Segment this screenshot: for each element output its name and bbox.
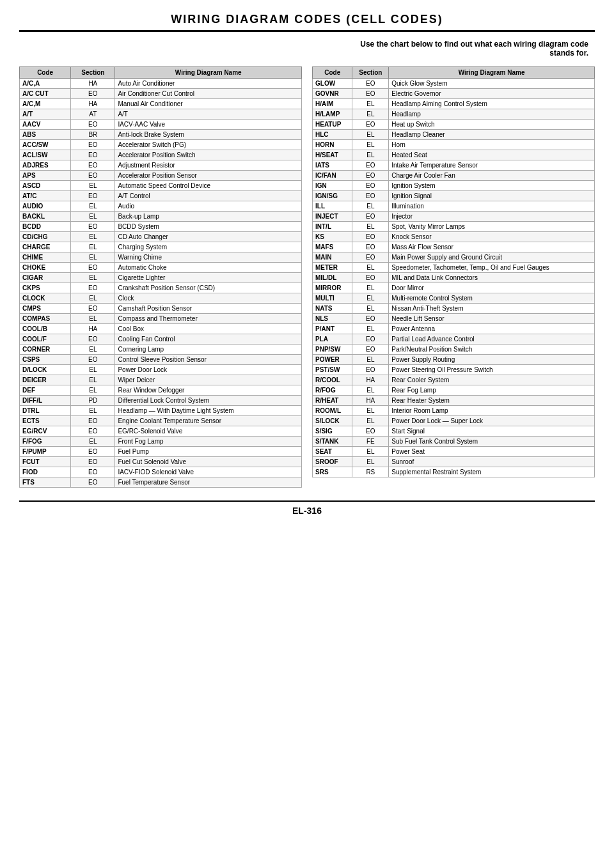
section-cell: EL bbox=[71, 273, 115, 283]
table-row: ECTSEOEngine Coolant Temperature Sensor bbox=[20, 416, 302, 426]
table-row: DTRLELHeadlamp — With Daytime Light Syst… bbox=[20, 406, 302, 416]
table-row: COOL/FEOCooling Fan Control bbox=[20, 334, 302, 345]
name-cell: IACV-AAC Valve bbox=[115, 120, 302, 130]
table-row: F/FOGELFront Fog Lamp bbox=[20, 437, 302, 447]
right-col-section: Section bbox=[352, 67, 389, 79]
left-table-container: Code Section Wiring Diagram Name A/C,AHA… bbox=[19, 66, 302, 488]
name-cell: IACV-FIOD Solenoid Valve bbox=[115, 467, 302, 477]
table-row: DEICERELWiper Deicer bbox=[20, 375, 302, 385]
code-cell: MAFS bbox=[313, 242, 352, 252]
section-cell: EO bbox=[352, 89, 389, 99]
table-row: H/LAMPELHeadlamp bbox=[313, 109, 595, 120]
name-cell: Illumination bbox=[389, 201, 595, 212]
section-cell: EO bbox=[71, 283, 115, 293]
name-cell: Mass Air Flow Sensor bbox=[389, 242, 595, 252]
table-row: CD/CHGELCD Auto Changer bbox=[20, 232, 302, 242]
name-cell: Interior Room Lamp bbox=[389, 406, 595, 416]
code-cell: CORNER bbox=[20, 345, 71, 355]
name-cell: Clock bbox=[115, 293, 302, 304]
table-row: GLOWEOQuick Glow System bbox=[313, 79, 595, 89]
name-cell: Rear Window Defogger bbox=[115, 385, 302, 396]
name-cell: Knock Sensor bbox=[389, 232, 595, 242]
section-cell: EO bbox=[71, 457, 115, 467]
code-cell: A/C CUT bbox=[20, 89, 71, 99]
name-cell: Door Mirror bbox=[389, 283, 595, 293]
left-col-section: Section bbox=[71, 67, 115, 79]
section-cell: EO bbox=[352, 171, 389, 181]
section-cell: EL bbox=[71, 385, 115, 396]
name-cell: Charging System bbox=[115, 242, 302, 252]
code-cell: IGN/SG bbox=[313, 191, 352, 201]
code-cell: H/AIM bbox=[313, 99, 352, 109]
code-cell: DEF bbox=[20, 385, 71, 396]
code-cell: APS bbox=[20, 171, 71, 181]
code-cell: CIGAR bbox=[20, 273, 71, 283]
section-cell: EO bbox=[71, 89, 115, 99]
code-cell: ECTS bbox=[20, 416, 71, 426]
section-cell: EO bbox=[71, 355, 115, 365]
section-cell: EL bbox=[352, 201, 389, 212]
table-row: P/ANTELPower Antenna bbox=[313, 324, 595, 334]
name-cell: Accelerator Switch (PG) bbox=[115, 140, 302, 150]
table-row: NLSEONeedle Lift Sensor bbox=[313, 314, 595, 324]
name-cell: Compass and Thermometer bbox=[115, 314, 302, 324]
name-cell: Injector bbox=[389, 212, 595, 222]
section-cell: AT bbox=[71, 109, 115, 120]
name-cell: Electric Governor bbox=[389, 89, 595, 99]
code-cell: INT/L bbox=[313, 222, 352, 232]
section-cell: EL bbox=[352, 406, 389, 416]
section-cell: FE bbox=[352, 437, 389, 447]
name-cell: Power Door Lock bbox=[115, 365, 302, 375]
table-row: APSEOAccelerator Position Sensor bbox=[20, 171, 302, 181]
table-row: CLOCKELClock bbox=[20, 293, 302, 304]
name-cell: Cigarette Lighter bbox=[115, 273, 302, 283]
table-row: COMPASELCompass and Thermometer bbox=[20, 314, 302, 324]
right-col-code: Code bbox=[313, 67, 352, 79]
name-cell: Spot, Vanity Mirror Lamps bbox=[389, 222, 595, 232]
name-cell: Audio bbox=[115, 201, 302, 212]
table-row: MAFSEOMass Air Flow Sensor bbox=[313, 242, 595, 252]
name-cell: Heat up Switch bbox=[389, 120, 595, 130]
section-cell: HA bbox=[71, 324, 115, 334]
name-cell: Headlamp Aiming Control System bbox=[389, 99, 595, 109]
page-title: WIRING DIAGRAM CODES (CELL CODES) bbox=[19, 13, 595, 32]
table-row: AACVEOIACV-AAC Valve bbox=[20, 120, 302, 130]
name-cell: Fuel Temperature Sensor bbox=[115, 477, 302, 488]
name-cell: Power Seat bbox=[389, 447, 595, 457]
code-cell: F/FOG bbox=[20, 437, 71, 447]
name-cell: Differential Lock Control System bbox=[115, 396, 302, 406]
name-cell: Needle Lift Sensor bbox=[389, 314, 595, 324]
name-cell: Engine Coolant Temperature Sensor bbox=[115, 416, 302, 426]
table-row: H/SEATELHeated Seat bbox=[313, 150, 595, 160]
name-cell: Power Antenna bbox=[389, 324, 595, 334]
section-cell: EO bbox=[352, 212, 389, 222]
table-row: SEATELPower Seat bbox=[313, 447, 595, 457]
table-row: DEFELRear Window Defogger bbox=[20, 385, 302, 396]
name-cell: Charge Air Cooler Fan bbox=[389, 171, 595, 181]
name-cell: Park/Neutral Position Switch bbox=[389, 345, 595, 355]
name-cell: Power Supply Routing bbox=[389, 355, 595, 365]
section-cell: EO bbox=[71, 263, 115, 273]
section-cell: EO bbox=[352, 232, 389, 242]
code-cell: R/HEAT bbox=[313, 396, 352, 406]
name-cell: Supplemental Restraint System bbox=[389, 467, 595, 477]
section-cell: EO bbox=[71, 447, 115, 457]
code-cell: FTS bbox=[20, 477, 71, 488]
table-row: S/TANKFESub Fuel Tank Control System bbox=[313, 437, 595, 447]
code-cell: F/PUMP bbox=[20, 447, 71, 457]
table-row: ROOM/LELInterior Room Lamp bbox=[313, 406, 595, 416]
code-cell: S/TANK bbox=[313, 437, 352, 447]
section-cell: EL bbox=[71, 232, 115, 242]
code-cell: DTRL bbox=[20, 406, 71, 416]
code-cell: ROOM/L bbox=[313, 406, 352, 416]
table-row: CORNERELCornering Lamp bbox=[20, 345, 302, 355]
section-cell: EL bbox=[352, 150, 389, 160]
table-row: ABSBRAnti-lock Brake System bbox=[20, 130, 302, 140]
name-cell: Crankshaft Position Sensor (CSD) bbox=[115, 283, 302, 293]
section-cell: EL bbox=[352, 324, 389, 334]
table-row: POWERELPower Supply Routing bbox=[313, 355, 595, 365]
section-cell: EO bbox=[71, 191, 115, 201]
name-cell: MIL and Data Link Connectors bbox=[389, 273, 595, 283]
section-cell: EO bbox=[352, 242, 389, 252]
code-cell: CHOKE bbox=[20, 263, 71, 273]
